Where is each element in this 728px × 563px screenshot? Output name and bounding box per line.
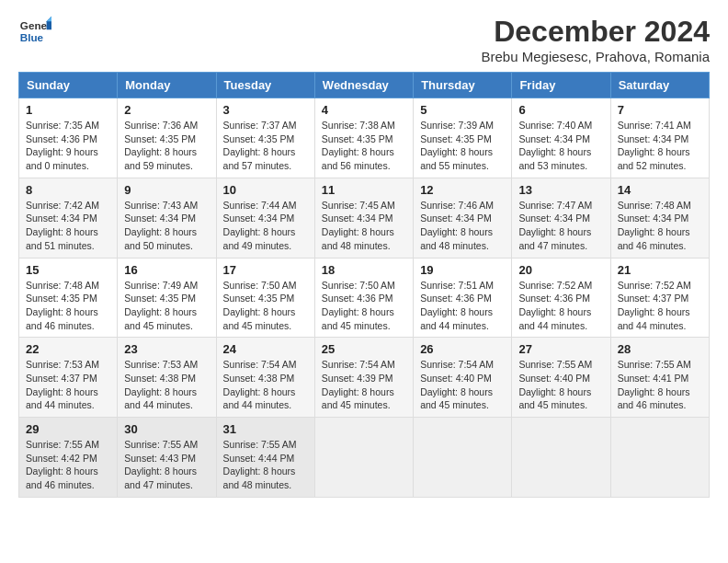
calendar-cell (314, 418, 413, 498)
day-info: Sunrise: 7:43 AMSunset: 4:34 PMDaylight:… (124, 199, 209, 253)
day-info: Sunrise: 7:37 AMSunset: 4:35 PMDaylight:… (223, 119, 308, 173)
day-number: 25 (322, 342, 406, 356)
day-number: 23 (124, 342, 209, 356)
day-info: Sunrise: 7:50 AMSunset: 4:36 PMDaylight:… (322, 279, 406, 333)
location-title: Brebu Megiesesc, Prahova, Romania (482, 49, 710, 64)
day-info: Sunrise: 7:49 AMSunset: 4:35 PMDaylight:… (124, 279, 209, 333)
calendar-cell: 25Sunrise: 7:54 AMSunset: 4:39 PMDayligh… (314, 338, 413, 418)
day-number: 19 (420, 263, 505, 277)
calendar-cell: 19Sunrise: 7:51 AMSunset: 4:36 PMDayligh… (414, 258, 512, 338)
day-number: 29 (26, 422, 110, 436)
calendar-cell: 26Sunrise: 7:54 AMSunset: 4:40 PMDayligh… (414, 338, 512, 418)
day-number: 18 (322, 263, 406, 277)
logo-icon: General Blue (18, 15, 51, 48)
calendar-cell: 29Sunrise: 7:55 AMSunset: 4:42 PMDayligh… (19, 418, 118, 498)
day-info: Sunrise: 7:55 AMSunset: 4:44 PMDaylight:… (223, 438, 308, 492)
calendar-cell: 8Sunrise: 7:42 AMSunset: 4:34 PMDaylight… (19, 178, 118, 258)
day-info: Sunrise: 7:35 AMSunset: 4:36 PMDaylight:… (26, 119, 110, 173)
header-sunday: Sunday (19, 73, 118, 98)
day-info: Sunrise: 7:50 AMSunset: 4:35 PMDaylight:… (223, 279, 308, 333)
day-number: 31 (223, 422, 308, 436)
day-info: Sunrise: 7:53 AMSunset: 4:38 PMDaylight:… (124, 358, 209, 412)
day-number: 6 (518, 103, 603, 117)
calendar-cell: 28Sunrise: 7:55 AMSunset: 4:41 PMDayligh… (610, 338, 709, 418)
day-info: Sunrise: 7:54 AMSunset: 4:40 PMDaylight:… (420, 358, 505, 412)
day-number: 27 (518, 342, 603, 356)
header-thursday: Thursday (414, 73, 512, 98)
day-number: 20 (518, 263, 603, 277)
day-info: Sunrise: 7:54 AMSunset: 4:39 PMDaylight:… (322, 358, 406, 412)
day-number: 9 (124, 183, 209, 197)
calendar-cell: 9Sunrise: 7:43 AMSunset: 4:34 PMDaylight… (118, 178, 216, 258)
calendar-cell: 4Sunrise: 7:38 AMSunset: 4:35 PMDaylight… (314, 98, 413, 178)
header-friday: Friday (512, 73, 610, 98)
day-info: Sunrise: 7:54 AMSunset: 4:38 PMDaylight:… (223, 358, 308, 412)
day-number: 10 (223, 183, 308, 197)
calendar-cell: 17Sunrise: 7:50 AMSunset: 4:35 PMDayligh… (216, 258, 314, 338)
calendar-week-5: 29Sunrise: 7:55 AMSunset: 4:42 PMDayligh… (19, 418, 710, 498)
calendar-week-1: 1Sunrise: 7:35 AMSunset: 4:36 PMDaylight… (19, 98, 710, 178)
calendar-week-3: 15Sunrise: 7:48 AMSunset: 4:35 PMDayligh… (19, 258, 710, 338)
calendar-cell: 14Sunrise: 7:48 AMSunset: 4:34 PMDayligh… (610, 178, 709, 258)
day-info: Sunrise: 7:51 AMSunset: 4:36 PMDaylight:… (420, 279, 505, 333)
day-number: 26 (420, 342, 505, 356)
day-info: Sunrise: 7:55 AMSunset: 4:43 PMDaylight:… (124, 438, 209, 492)
day-info: Sunrise: 7:52 AMSunset: 4:37 PMDaylight:… (618, 279, 702, 333)
day-number: 28 (618, 342, 702, 356)
day-number: 11 (322, 183, 406, 197)
calendar-cell: 12Sunrise: 7:46 AMSunset: 4:34 PMDayligh… (414, 178, 512, 258)
day-info: Sunrise: 7:47 AMSunset: 4:34 PMDaylight:… (518, 199, 603, 253)
day-number: 1 (26, 103, 110, 117)
logo: General Blue (18, 15, 51, 48)
calendar-cell: 24Sunrise: 7:54 AMSunset: 4:38 PMDayligh… (216, 338, 314, 418)
calendar-header-row: SundayMondayTuesdayWednesdayThursdayFrid… (19, 73, 710, 98)
day-info: Sunrise: 7:48 AMSunset: 4:35 PMDaylight:… (26, 279, 110, 333)
calendar-cell: 13Sunrise: 7:47 AMSunset: 4:34 PMDayligh… (512, 178, 610, 258)
calendar-cell (414, 418, 512, 498)
calendar-week-2: 8Sunrise: 7:42 AMSunset: 4:34 PMDaylight… (19, 178, 710, 258)
day-info: Sunrise: 7:44 AMSunset: 4:34 PMDaylight:… (223, 199, 308, 253)
day-number: 17 (223, 263, 308, 277)
calendar-cell: 1Sunrise: 7:35 AMSunset: 4:36 PMDaylight… (19, 98, 118, 178)
day-info: Sunrise: 7:55 AMSunset: 4:42 PMDaylight:… (26, 438, 110, 492)
calendar-week-4: 22Sunrise: 7:53 AMSunset: 4:37 PMDayligh… (19, 338, 710, 418)
day-info: Sunrise: 7:46 AMSunset: 4:34 PMDaylight:… (420, 199, 505, 253)
header-saturday: Saturday (610, 73, 709, 98)
day-info: Sunrise: 7:38 AMSunset: 4:35 PMDaylight:… (322, 119, 406, 173)
day-number: 16 (124, 263, 209, 277)
calendar-cell: 30Sunrise: 7:55 AMSunset: 4:43 PMDayligh… (118, 418, 216, 498)
day-number: 14 (618, 183, 702, 197)
day-number: 2 (124, 103, 209, 117)
day-number: 24 (223, 342, 308, 356)
page-header: General Blue December 2024 Brebu Megiese… (18, 15, 710, 64)
svg-text:Blue: Blue (20, 31, 44, 43)
header-monday: Monday (118, 73, 216, 98)
day-number: 30 (124, 422, 209, 436)
day-number: 8 (26, 183, 110, 197)
calendar-cell: 31Sunrise: 7:55 AMSunset: 4:44 PMDayligh… (216, 418, 314, 498)
calendar-cell: 21Sunrise: 7:52 AMSunset: 4:37 PMDayligh… (610, 258, 709, 338)
day-number: 15 (26, 263, 110, 277)
day-info: Sunrise: 7:42 AMSunset: 4:34 PMDaylight:… (26, 199, 110, 253)
calendar-cell: 2Sunrise: 7:36 AMSunset: 4:35 PMDaylight… (118, 98, 216, 178)
day-number: 13 (518, 183, 603, 197)
month-title: December 2024 (482, 15, 710, 49)
calendar-cell: 20Sunrise: 7:52 AMSunset: 4:36 PMDayligh… (512, 258, 610, 338)
header-tuesday: Tuesday (216, 73, 314, 98)
day-number: 21 (618, 263, 702, 277)
calendar-cell: 10Sunrise: 7:44 AMSunset: 4:34 PMDayligh… (216, 178, 314, 258)
title-block: December 2024 Brebu Megiesesc, Prahova, … (482, 15, 710, 64)
calendar-cell (610, 418, 709, 498)
header-wednesday: Wednesday (314, 73, 413, 98)
calendar-cell: 11Sunrise: 7:45 AMSunset: 4:34 PMDayligh… (314, 178, 413, 258)
day-info: Sunrise: 7:39 AMSunset: 4:35 PMDaylight:… (420, 119, 505, 173)
day-info: Sunrise: 7:40 AMSunset: 4:34 PMDaylight:… (518, 119, 603, 173)
calendar-cell: 6Sunrise: 7:40 AMSunset: 4:34 PMDaylight… (512, 98, 610, 178)
calendar-cell: 5Sunrise: 7:39 AMSunset: 4:35 PMDaylight… (414, 98, 512, 178)
day-number: 5 (420, 103, 505, 117)
calendar-cell: 27Sunrise: 7:55 AMSunset: 4:40 PMDayligh… (512, 338, 610, 418)
day-number: 22 (26, 342, 110, 356)
day-info: Sunrise: 7:48 AMSunset: 4:34 PMDaylight:… (618, 199, 702, 253)
day-info: Sunrise: 7:55 AMSunset: 4:40 PMDaylight:… (518, 358, 603, 412)
calendar-cell: 22Sunrise: 7:53 AMSunset: 4:37 PMDayligh… (19, 338, 118, 418)
